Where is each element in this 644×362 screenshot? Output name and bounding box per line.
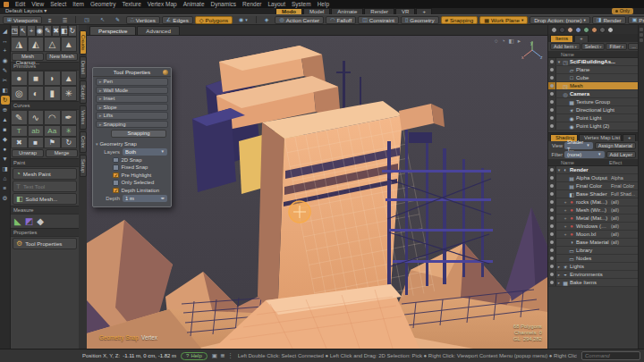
shader-tree-row[interactable]: ▸ ◒ Environments [548, 271, 638, 279]
visibility-eye-icon[interactable] [548, 231, 556, 238]
tool-icon[interactable]: △ [44, 37, 61, 52]
item-row[interactable]: ▦ Texture Group [548, 98, 638, 106]
shading-mode-icon[interactable]: ◧ [509, 38, 514, 45]
visibility-eye-icon[interactable] [548, 182, 556, 189]
mesh-cleanup-button[interactable]: Mesh Cleanup... [12, 53, 44, 61]
checkbox[interactable] [113, 173, 119, 179]
auto-select-icon[interactable]: ◳ [80, 16, 94, 24]
preset-thumb[interactable] [575, 27, 581, 33]
curve-tool-icon[interactable]: ✎ [11, 110, 28, 125]
checkbox[interactable] [113, 188, 119, 194]
list-view-icon[interactable]: ≡ [44, 16, 56, 24]
shader-tree-row[interactable]: ▼ ◐ Render [548, 166, 638, 174]
tool-strip-icon[interactable]: ▲ [1, 115, 10, 124]
preset-thumb[interactable] [567, 27, 573, 33]
tool-strip-icon[interactable]: ✎ [1, 66, 10, 75]
layout-tab[interactable]: Render [364, 8, 394, 14]
preset-thumb[interactable] [607, 27, 614, 33]
layer-effect[interactable]: Final Color [611, 183, 638, 189]
preset-thumb[interactable] [559, 27, 565, 33]
tool-strip-icon[interactable]: ◢ [1, 27, 10, 36]
tool-properties-title[interactable]: Tool Properties [93, 68, 171, 77]
copy-icon[interactable]: ▣ [212, 352, 217, 359]
menu-item[interactable]: Texture [122, 1, 140, 7]
constraint-button[interactable]: ◫Constraint [358, 16, 399, 24]
preset-thumb[interactable] [583, 27, 589, 33]
uv-tool-icon[interactable]: ■ [28, 137, 45, 148]
item-row[interactable]: ◳ Mesh [548, 82, 638, 90]
status-chip[interactable]: Only [612, 8, 633, 14]
layer-effect[interactable]: (all) [611, 207, 638, 213]
visibility-eye-icon[interactable] [548, 279, 556, 286]
curve-tool-icon[interactable]: ◠ [44, 110, 61, 125]
viewport-tab[interactable]: Advanced [137, 26, 180, 35]
tab-add[interactable]: + [574, 35, 588, 42]
pin-icon[interactable] [163, 70, 168, 75]
assign-material-button[interactable]: Assign Material [595, 142, 636, 149]
visibility-eye-icon[interactable] [548, 190, 556, 198]
visibility-eye-icon[interactable] [548, 198, 556, 206]
snapping-popup-button[interactable]: Snapping [111, 130, 166, 138]
layer-effect[interactable]: (all) [611, 199, 638, 205]
curve-tool-icon[interactable]: ✒ [61, 110, 78, 125]
detail-view-icon[interactable]: ☰ [58, 16, 72, 24]
layout-tab[interactable]: + [416, 8, 432, 14]
shader-tree-row[interactable]: ▤ Final Color Final Color [548, 182, 638, 190]
text-tool-item[interactable]: TText Tool [13, 181, 77, 192]
tool-strip-icon[interactable]: ● [1, 145, 10, 154]
uv-tool-icon[interactable]: ↻ [61, 137, 78, 148]
checkbox-row[interactable]: 2D Snap [93, 156, 171, 164]
visibility-eye-icon[interactable] [548, 58, 556, 65]
visibility-eye-icon[interactable] [548, 223, 556, 230]
primitive-icon[interactable]: ✳ [61, 86, 78, 101]
item-row[interactable]: ▱ Plane [548, 66, 638, 74]
visibility-eye-icon[interactable] [548, 122, 556, 130]
toolbox-tab[interactable]: Create [80, 30, 87, 55]
shader-tree-row[interactable]: + ● Mesh (Wir...) (all) [548, 206, 638, 215]
visibility-eye-icon[interactable] [548, 74, 556, 81]
item-row[interactable]: □ Cube [548, 74, 638, 82]
more-button[interactable]: ... [628, 43, 638, 50]
menu-item[interactable]: Render [242, 1, 261, 7]
tool-icon[interactable]: ↻ [68, 25, 76, 37]
items-mode-icon[interactable]: ◉▾ [234, 16, 252, 24]
menu-item[interactable]: Animate [183, 1, 205, 7]
viewports-button[interactable]: ⊞Viewports [3, 16, 42, 24]
add-layer-button[interactable]: Add Layer [606, 151, 637, 158]
primitive-icon[interactable]: ◎ [11, 86, 28, 101]
viewport-tab[interactable]: Perspective [89, 26, 136, 35]
shading-tab[interactable]: + [623, 134, 636, 141]
paint-select-icon[interactable]: ✎ [111, 16, 124, 24]
tool-strip-icon[interactable]: ✂ [1, 76, 10, 85]
primitive-icon[interactable]: ◐ [28, 86, 45, 101]
collapsed-section[interactable]: ▸Pen [96, 78, 168, 86]
geometry-snap-section[interactable]: ▾Geometry Snap [93, 139, 171, 147]
shader-tree-row[interactable]: ▭ Library [548, 247, 638, 255]
add-item-button[interactable]: Add Item▾ [550, 43, 580, 50]
uv-tool-icon[interactable]: ✖ [11, 137, 28, 148]
help-badge[interactable]: ?Help [181, 352, 208, 360]
panel-scroll-strip[interactable] [638, 25, 644, 349]
toolbox-tab[interactable]: Setup [80, 155, 87, 177]
layers-dropdown[interactable]: Both▼ [123, 148, 167, 156]
name-column-header[interactable]: Name [550, 160, 609, 165]
materials-mode-icon[interactable]: ◈ [260, 16, 274, 24]
edges-mode-button[interactable]: ∠Edges [162, 16, 193, 24]
measure-icon[interactable]: ◆ [37, 216, 44, 226]
merge-button[interactable]: Merge [46, 149, 78, 157]
tool-strip-icon[interactable]: ↻ [1, 96, 10, 105]
shader-tree-row[interactable]: ◑ Base Material (all) [548, 239, 638, 247]
tool-strip-icon[interactable]: ⌂ [1, 174, 10, 183]
tool-icon[interactable]: ↖ [19, 25, 27, 37]
menu-item[interactable]: Dynamics [211, 1, 237, 7]
menu-item[interactable]: System [292, 1, 311, 7]
layer-effect[interactable]: (all) [611, 232, 638, 237]
item-row[interactable]: ▼ ◳ SciFiBuildingAs... [548, 58, 638, 66]
checkbox-row[interactable]: Only Selected [93, 179, 171, 187]
filter-dropdown[interactable]: (none)▼ [564, 151, 605, 158]
collapsed-section[interactable]: ▸Slope [96, 104, 168, 112]
tab-items[interactable]: Items [550, 35, 573, 42]
action-center-button[interactable]: ◎Action Center [275, 16, 324, 24]
tool-icon[interactable]: ✎ [44, 25, 52, 37]
primitive-icon[interactable]: ● [11, 71, 28, 86]
